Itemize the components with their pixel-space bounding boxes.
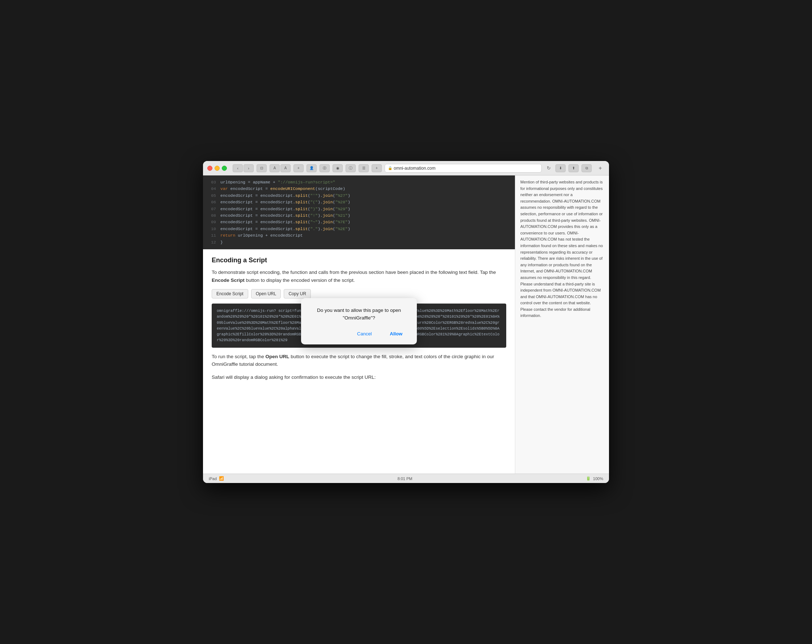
code-block: 03 urlOpening = appName + "://omnijs-run… [203, 175, 515, 249]
titlebar: ‹ › ⊡ A A + 👤 ⓪ ◉ ⓘ ☰ + 🔒 omni-automatio… [203, 161, 609, 175]
line-number: 04 [203, 186, 216, 192]
browser-window: ‹ › ⊡ A A + 👤 ⓪ ◉ ⓘ ☰ + 🔒 omni-automatio… [203, 161, 609, 483]
code-line-9: 09 encodedScript = encodedScript.split("… [203, 219, 515, 225]
add-tab-button[interactable]: + [596, 164, 604, 172]
sidebar: Mention of third-party websites and prod… [515, 175, 609, 474]
font-size-buttons: A A [270, 164, 291, 172]
new-tab-small-button[interactable]: + [372, 164, 382, 172]
battery-icon: 🔋 [586, 476, 591, 481]
tab-overview-button[interactable]: ⊡ [256, 164, 267, 172]
code-line-5: 05 encodedScript = encodedScript.split("… [203, 192, 515, 199]
code-line-4: 04 var encodedScript = encodeURIComponen… [203, 186, 515, 192]
font-large-button[interactable]: A [281, 164, 291, 172]
line-number: 12 [203, 239, 216, 246]
dialog-allow-button[interactable]: Allow [383, 329, 410, 339]
line-number: 08 [203, 212, 216, 219]
line-number: 11 [203, 232, 216, 239]
dialog-cancel-button[interactable]: Cancel [350, 329, 379, 339]
line-number: 09 [203, 219, 216, 225]
line-number: 10 [203, 226, 216, 232]
minimize-button[interactable] [215, 166, 220, 171]
bottom-bar: iPad 📶 8:01 PM 🔋 100% [203, 474, 609, 483]
sidebar-text: Mention of third-party websites and prod… [520, 179, 604, 319]
bottom-left: iPad 📶 [209, 476, 224, 481]
line-number: 05 [203, 192, 216, 199]
download-button[interactable]: ⬇ [556, 164, 566, 172]
line-number: 03 [203, 179, 216, 186]
traffic-lights [208, 166, 227, 171]
content-area: 03 urlOpening = appName + "://omnijs-run… [203, 175, 609, 474]
maximize-button[interactable] [222, 166, 227, 171]
address-bar[interactable]: 🔒 omni-automation.com [385, 164, 542, 172]
nav-buttons: ‹ › [233, 164, 254, 172]
font-small-button[interactable]: A [270, 164, 280, 172]
code-line-10: 10 encodedScript = encodedScript.split("… [203, 226, 515, 232]
article-section: Encoding a Script To demonstrate script … [203, 249, 515, 394]
forward-button[interactable]: › [244, 164, 254, 172]
profile-button[interactable]: 👤 [307, 164, 317, 172]
back-button[interactable]: ‹ [233, 164, 243, 172]
battery-percent: 100% [593, 476, 603, 481]
code-line-6: 06 encodedScript = encodedScript.split("… [203, 199, 515, 206]
code-line-11: 11 return urlOpening + encodedScript [203, 232, 515, 239]
main-content: 03 urlOpening = appName + "://omnijs-run… [203, 175, 515, 474]
line-number: 06 [203, 199, 216, 206]
line-number: 07 [203, 206, 216, 212]
menu-button[interactable]: ☰ [359, 164, 369, 172]
dialog-box: Do you want to allow this page to open "… [301, 298, 417, 345]
code-line-8: 08 encodedScript = encodedScript.split("… [203, 212, 515, 219]
dialog-buttons: Cancel Allow [308, 329, 410, 339]
tabs-button[interactable]: ⧉ [582, 164, 592, 172]
time-display: 8:01 PM [397, 476, 412, 481]
reload-button[interactable]: ↻ [545, 164, 553, 172]
info-button[interactable]: ⓘ [346, 164, 356, 172]
url-text: omni-automation.com [394, 166, 435, 171]
dialog-overlay: Do you want to allow this page to open "… [203, 249, 515, 394]
share-button[interactable]: ⬆ [568, 164, 578, 172]
close-button[interactable] [208, 166, 212, 171]
bookmark-button[interactable]: + [293, 164, 304, 172]
device-label: iPad [209, 476, 217, 481]
code-line-7: 07 encodedScript = encodedScript.split("… [203, 206, 515, 212]
code-line-3: 03 urlOpening = appName + "://omnijs-run… [203, 179, 515, 186]
lock-icon: 🔒 [388, 166, 392, 170]
code-line-12: 12 } [203, 239, 515, 246]
dialog-message: Do you want to allow this page to open "… [308, 307, 410, 322]
bottom-right: 🔋 100% [586, 476, 603, 481]
shield-button[interactable]: ⓪ [319, 164, 330, 172]
extension-button[interactable]: ◉ [333, 164, 343, 172]
wifi-icon: 📶 [219, 476, 224, 481]
